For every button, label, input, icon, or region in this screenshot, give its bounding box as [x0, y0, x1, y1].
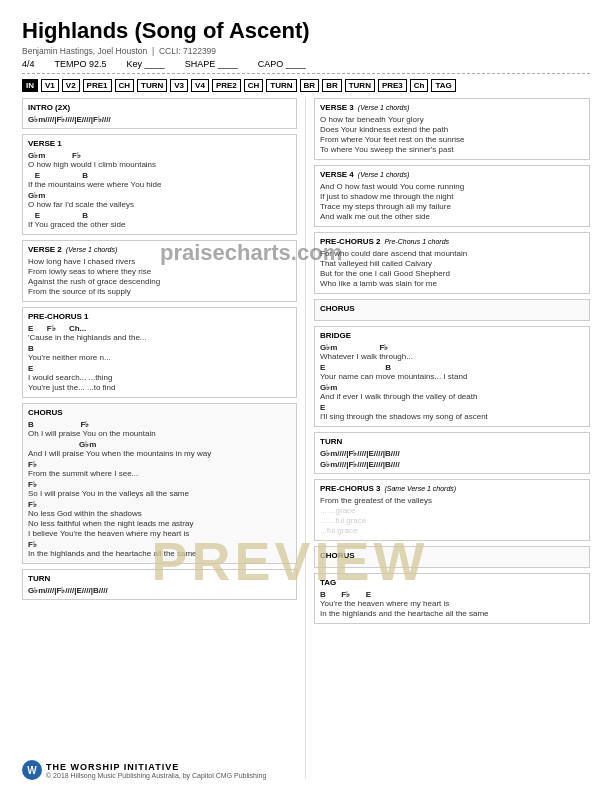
key-info: Key ____ [127, 59, 165, 69]
verse1-section: VERSE 1 G♭m F♭ O how high would I climb … [22, 134, 297, 235]
pre-chorus1-title: PRE-CHORUS 1 [28, 312, 291, 321]
chorus-line4: F♭ So I will praise You in the valleys a… [28, 480, 291, 498]
nav-item-ch2[interactable]: CH [244, 79, 264, 92]
intro-chords: G♭m////|F♭////|E////|F♭//// [28, 115, 291, 124]
pch3-line1: From the greatest of the valleys [320, 496, 584, 505]
pre-chorus3-title: PRE-CHORUS 3 (Same Verse 1 chords) [320, 484, 584, 493]
nav-bar: IN V1 V2 PRE1 CH TURN V3 V4 PRE2 CH TURN… [22, 79, 590, 92]
verse1-line3: G♭m O how far I'd scale the valleys [28, 191, 291, 209]
bridge-line2: E B Your name can move mountains... I st… [320, 363, 584, 381]
nav-item-tag[interactable]: TAG [431, 79, 455, 92]
nav-item-turn2[interactable]: TURN [266, 79, 296, 92]
verse4-line2: If just to shadow me through the night [320, 192, 584, 201]
chorus-line8: F♭ In the highlands and the heartache al… [28, 540, 291, 558]
turn-right-section: TURN G♭m////|F♭////|E////|B//// G♭m////|… [314, 432, 590, 474]
verse3-title: VERSE 3 (Verse 1 chords) [320, 103, 584, 112]
left-column: INTRO (2X) G♭m////|F♭////|E////|F♭//// V… [22, 98, 306, 778]
pch2-line2: That valleyed hill called Calvary [320, 259, 584, 268]
chorus-right-section: CHORUS [314, 299, 590, 321]
nav-item-v3[interactable]: V3 [170, 79, 188, 92]
footer-logo-circle: W [22, 760, 42, 780]
authors: Benjamin Hastings, Joel Houston [22, 46, 147, 56]
verse1-title: VERSE 1 [28, 139, 291, 148]
verse2-section: VERSE 2 (Verse 1 chords) How long have I… [22, 240, 297, 302]
nav-item-ch3[interactable]: Ch [410, 79, 429, 92]
nav-item-br2[interactable]: BR [322, 79, 342, 92]
chorus-right2-title: CHORUS [320, 551, 584, 560]
tag-line2: In the highlands and the heartache all t… [320, 609, 584, 618]
right-column: VERSE 3 (Verse 1 chords) O how far benea… [306, 98, 590, 778]
header-meta: Benjamin Hastings, Joel Houston | CCLI: … [22, 46, 590, 56]
nav-item-v1[interactable]: V1 [41, 79, 59, 92]
ccli-number: 7122399 [183, 46, 216, 56]
shape-info: SHAPE ____ [185, 59, 238, 69]
song-title: Highlands (Song of Ascent) [22, 18, 590, 44]
tag-section: TAG B F♭ E You're the heaven where my he… [314, 573, 590, 624]
intro-title: INTRO (2X) [28, 103, 291, 112]
turn-right-chords1: G♭m////|F♭////|E////|B//// [320, 449, 584, 458]
verse4-line1: And O how fast would You come running [320, 182, 584, 191]
nav-item-pre1[interactable]: PRE1 [83, 79, 112, 92]
header-info: 4/4 TEMPO 92.5 Key ____ SHAPE ____ CAPO … [22, 59, 590, 69]
turn-left-title: TURN [28, 574, 291, 583]
pch1-line4: You're just the... ...to find [28, 383, 291, 392]
pch2-line4: Who like a lamb was slain for me [320, 279, 584, 288]
bridge-section: BRIDGE G♭m F♭ Whatever I walk through...… [314, 326, 590, 427]
verse2-line3: Against the rush of grace descending [28, 277, 291, 286]
pch1-line3: E I would search... ...thing [28, 364, 291, 382]
verse3-line2: Does Your kindness extend the path [320, 125, 584, 134]
pch3-line4: ...ful grace [320, 526, 584, 535]
chorus-right2-section: CHORUS [314, 546, 590, 568]
verse2-line1: How long have I chased rivers [28, 257, 291, 266]
chorus-line5: F♭ No less God within the shadows [28, 500, 291, 518]
nav-item-turn1[interactable]: TURN [137, 79, 167, 92]
pch2-line1: For who could dare ascend that mountain [320, 249, 584, 258]
verse3-line1: O how far beneath Your glory [320, 115, 584, 124]
pch3-line2: ... ...grace [320, 506, 584, 515]
header: Highlands (Song of Ascent) Benjamin Hast… [22, 18, 590, 74]
footer-copyright: © 2018 Hillsong Music Publishing Austral… [46, 772, 266, 779]
nav-item-br1[interactable]: BR [300, 79, 320, 92]
chorus-left-title: CHORUS [28, 408, 291, 417]
pch3-line3: ... ...ful grace [320, 516, 584, 525]
pre-chorus2-section: PRE-CHORUS 2 Pre-Chorus 1 chords For who… [314, 232, 590, 294]
verse2-title: VERSE 2 (Verse 1 chords) [28, 245, 291, 254]
verse3-line3: From where Your feet rest on the sunrise [320, 135, 584, 144]
pre-chorus1-section: PRE-CHORUS 1 E F♭ Ch... 'Cause in the hi… [22, 307, 297, 398]
nav-item-v4[interactable]: V4 [191, 79, 209, 92]
nav-item-ch1[interactable]: CH [115, 79, 135, 92]
pch1-line1: E F♭ Ch... 'Cause in the highlands and t… [28, 324, 291, 342]
pch1-line2: B You're neither more n... [28, 344, 291, 362]
chorus-line1: B F♭ Oh I will praise You on the mountai… [28, 420, 291, 438]
nav-item-turn3[interactable]: TURN [345, 79, 375, 92]
tag-title: TAG [320, 578, 584, 587]
chorus-line2: G♭m And I will praise You when the mount… [28, 440, 291, 458]
pre-chorus3-section: PRE-CHORUS 3 (Same Verse 1 chords) From … [314, 479, 590, 541]
chorus-line3: F♭ From the summit where I see... [28, 460, 291, 478]
verse4-section: VERSE 4 (Verse 1 chords) And O how fast … [314, 165, 590, 227]
verse1-line2: E B If the mountains were where You hide [28, 171, 291, 189]
verse4-line3: Trace my steps through all my failure [320, 202, 584, 211]
verse4-line4: And walk me out the other side [320, 212, 584, 221]
bridge-line1: G♭m F♭ Whatever I walk through... [320, 343, 584, 361]
footer: W THE WORSHIP INITIATIVE © 2018 Hillsong… [22, 760, 590, 780]
chorus-line7: I believe You're the heaven where my hea… [28, 529, 291, 538]
chorus-left-section: CHORUS B F♭ Oh I will praise You on the … [22, 403, 297, 564]
page: Highlands (Song of Ascent) Benjamin Hast… [0, 0, 612, 792]
nav-item-pre3[interactable]: PRE3 [378, 79, 407, 92]
turn-left-section: TURN G♭m////|F♭////|E////|B//// [22, 569, 297, 600]
nav-item-in[interactable]: IN [22, 79, 38, 92]
footer-logo: W THE WORSHIP INITIATIVE © 2018 Hillsong… [22, 760, 266, 780]
ccli-label: CCLI: [159, 46, 181, 56]
chorus-right-title: CHORUS [320, 304, 584, 313]
header-divider [22, 73, 590, 74]
footer-org-name: THE WORSHIP INITIATIVE [46, 762, 266, 772]
nav-item-v2[interactable]: V2 [62, 79, 80, 92]
tempo-info: TEMPO 92.5 [55, 59, 107, 69]
turn-right-title: TURN [320, 437, 584, 446]
nav-item-pre2[interactable]: PRE2 [212, 79, 241, 92]
verse4-title: VERSE 4 (Verse 1 chords) [320, 170, 584, 179]
capo-info: CAPO ____ [258, 59, 306, 69]
turn-left-chords: G♭m////|F♭////|E////|B//// [28, 586, 291, 595]
tag-line1: B F♭ E You're the heaven where my heart … [320, 590, 584, 608]
